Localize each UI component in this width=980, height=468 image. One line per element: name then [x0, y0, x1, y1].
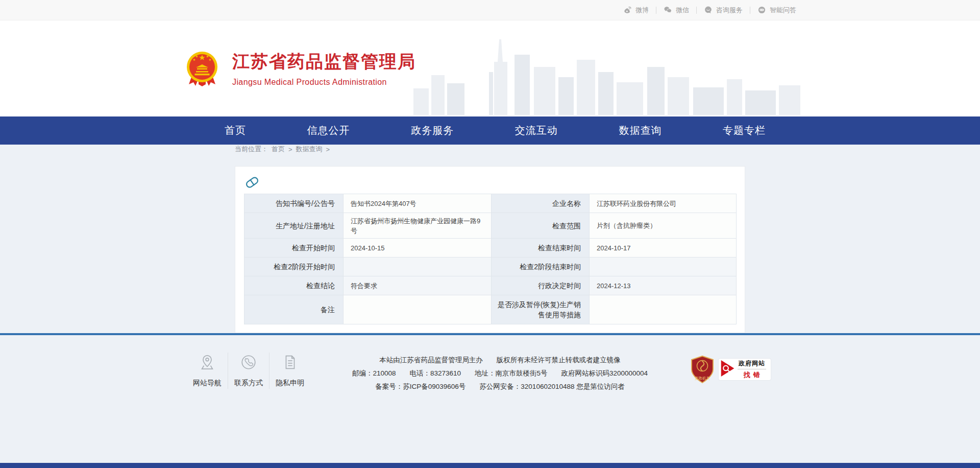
label-address: 生产地址/注册地址 — [244, 213, 344, 239]
footer-line-contact: 邮编：210008 电话：83273610 地址：南京市鼓楼街5号 政府网站标识… — [325, 367, 675, 380]
footer-link-privacy[interactable]: 隐私申明 — [271, 353, 309, 389]
content-area: 告知书编号/公告号 告知书2024年第407号 企业名称 江苏联环药业股份有限公… — [0, 166, 980, 333]
label-company-name: 企业名称 — [492, 194, 590, 213]
value-notice-number: 告知书2024年第407号 — [344, 194, 492, 213]
privacy-doc-icon — [281, 354, 299, 373]
weibo-link[interactable]: 微博 — [623, 6, 649, 15]
breadcrumb-sep-icon: > — [326, 146, 330, 153]
site-error-report-badge[interactable]: 政府网站 找错 — [719, 359, 771, 380]
table-row: 检查开始时间 2024-10-15 检查结束时间 2024-10-17 — [244, 239, 737, 258]
nav-interaction[interactable]: 交流互动 — [515, 124, 558, 137]
nav-info-disclosure[interactable]: 信息公开 — [307, 124, 350, 137]
topbar: 微博 微信 咨询服务 智能问答 — [0, 0, 980, 20]
page: 微博 微信 咨询服务 智能问答 — [0, 0, 980, 468]
value-phase2-end — [590, 258, 737, 276]
table-row: 告知书编号/公告号 告知书2024年第407号 企业名称 江苏联环药业股份有限公… — [244, 194, 737, 213]
breadcrumb-data-query[interactable]: 数据查询 — [296, 145, 323, 154]
site-title: 江苏省药品监督管理局 — [232, 50, 416, 74]
value-suspension-measures — [590, 295, 737, 324]
value-inspection-start: 2024-10-15 — [344, 239, 492, 258]
footer-link-separator — [228, 353, 228, 389]
nav-gov-services[interactable]: 政务服务 — [411, 124, 454, 137]
breadcrumb: 当前位置： 首页 > 数据查询 > — [184, 145, 796, 154]
phone-icon — [240, 354, 257, 373]
bottom-strip — [0, 463, 980, 468]
footer-link-site-map[interactable]: 网站导航 — [188, 353, 227, 389]
footer-links: 网站导航 联系方式 隐私申明 — [188, 353, 309, 389]
chat-service-label: 咨询服务 — [716, 6, 743, 15]
label-notice-number: 告知书编号/公告号 — [244, 194, 344, 213]
label-suspension-measures: 是否涉及暂停(恢复)生产销售使用等措施 — [492, 295, 590, 324]
wechat-label: 微信 — [676, 6, 689, 15]
breadcrumb-prefix: 当前位置： — [235, 145, 268, 154]
breadcrumb-home[interactable]: 首页 — [272, 145, 285, 154]
national-emblem-logo — [184, 50, 220, 87]
footer-link-label: 隐私申明 — [276, 379, 304, 388]
value-address: 江苏省扬州市扬州生物健康产业园健康一路9号 — [344, 213, 492, 239]
weibo-label: 微博 — [635, 6, 649, 15]
table-row: 备注 是否涉及暂停(恢复)生产销售使用等措施 — [244, 295, 737, 324]
footer-badges: 党政机关 政府网站 找错 — [691, 356, 771, 383]
nav-special-topics[interactable]: 专题专栏 — [723, 124, 766, 137]
label-remarks: 备注 — [244, 295, 344, 324]
chat-service-link[interactable]: 咨询服务 — [704, 6, 743, 15]
nav-home[interactable]: 首页 — [225, 124, 246, 137]
footer-link-label: 网站导航 — [193, 379, 222, 388]
label-inspection-start: 检查开始时间 — [244, 239, 344, 258]
topbar-separator — [656, 7, 656, 14]
label-phase2-end: 检查2阶段结束时间 — [492, 258, 590, 276]
footer-link-label: 联系方式 — [234, 379, 263, 388]
pill-icon — [244, 174, 260, 191]
site-header: 江苏省药品监督管理局 Jiangsu Medical Products Admi… — [0, 20, 980, 116]
wechat-link[interactable]: 微信 — [664, 6, 689, 15]
wechat-icon — [664, 6, 672, 14]
site-titles: 江苏省药品监督管理局 Jiangsu Medical Products Admi… — [232, 50, 416, 87]
value-inspection-scope: 片剂（含抗肿瘤类） — [590, 213, 737, 239]
value-decision-date: 2024-12-13 — [590, 276, 737, 295]
topbar-separator — [750, 7, 750, 14]
value-phase2-start — [344, 258, 492, 276]
smart-qa-icon — [757, 6, 766, 14]
party-gov-badge-label: 党政机关 — [695, 376, 710, 381]
label-decision-date: 行政决定时间 — [492, 276, 590, 295]
map-pin-icon — [199, 354, 216, 373]
footer-line-host: 本站由江苏省药品监督管理局主办 版权所有未经许可禁止转载或者建立镜像 — [325, 354, 675, 367]
find-error-line2: 找错 — [741, 370, 763, 380]
label-inspection-scope: 检查范围 — [492, 213, 590, 239]
footer-text: 本站由江苏省药品监督管理局主办 版权所有未经许可禁止转载或者建立镜像 邮编：21… — [309, 353, 691, 393]
inspection-detail-card: 告知书编号/公告号 告知书2024年第407号 企业名称 江苏联环药业股份有限公… — [235, 166, 745, 333]
party-gov-badge[interactable]: 党政机关 — [691, 356, 714, 383]
find-error-line1: 政府网站 — [738, 359, 766, 369]
value-conclusion: 符合要求 — [344, 276, 492, 295]
smart-qa-link[interactable]: 智能问答 — [757, 6, 796, 15]
label-conclusion: 检查结论 — [244, 276, 344, 295]
main-nav: 首页 信息公开 政务服务 交流互动 数据查询 专题专栏 — [0, 116, 980, 145]
nav-data-query[interactable]: 数据查询 — [619, 124, 662, 137]
footer-link-contact[interactable]: 联系方式 — [229, 353, 268, 389]
table-row: 检查结论 符合要求 行政决定时间 2024-12-13 — [244, 276, 737, 295]
value-inspection-end: 2024-10-17 — [590, 239, 737, 258]
value-company-name: 江苏联环药业股份有限公司 — [590, 194, 737, 213]
footer-link-separator — [269, 353, 270, 389]
table-row: 生产地址/注册地址 江苏省扬州市扬州生物健康产业园健康一路9号 检查范围 片剂（… — [244, 213, 737, 239]
weibo-icon — [623, 6, 632, 14]
value-remarks — [344, 295, 492, 324]
footer: 网站导航 联系方式 隐私申明 本站由江苏省药品监 — [0, 335, 980, 463]
table-row: 检查2阶段开始时间 检查2阶段结束时间 — [244, 258, 737, 276]
breadcrumb-row: 当前位置： 首页 > 数据查询 > — [0, 145, 980, 166]
chat-service-icon — [704, 6, 713, 14]
footer-line-icp: 备案号：苏ICP备09039606号 苏公网安备：32010602010488 … — [325, 380, 675, 393]
find-error-text: 政府网站 找错 — [736, 359, 768, 380]
inspection-detail-table: 告知书编号/公告号 告知书2024年第407号 企业名称 江苏联环药业股份有限公… — [244, 194, 737, 324]
label-inspection-end: 检查结束时间 — [492, 239, 590, 258]
city-skyline-graphic — [413, 38, 806, 117]
breadcrumb-sep-icon: > — [288, 146, 292, 153]
smart-qa-label: 智能问答 — [770, 6, 796, 15]
label-phase2-start: 检查2阶段开始时间 — [244, 258, 344, 276]
site-subtitle: Jiangsu Medical Products Administration — [232, 78, 416, 87]
topbar-separator — [696, 7, 697, 14]
find-error-magnifier-icon — [720, 359, 736, 380]
